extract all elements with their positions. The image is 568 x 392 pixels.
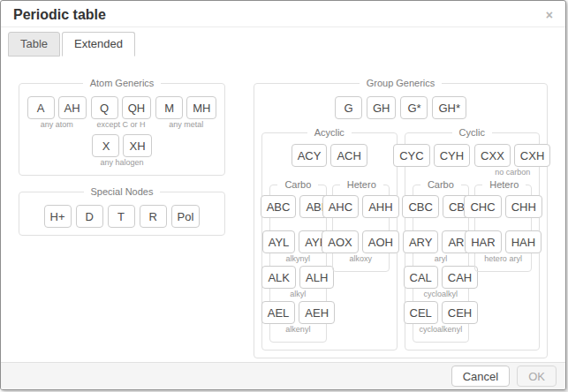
cyclic-hetero-button[interactable]: CHH [505,195,542,218]
cyclic-hetero-fieldset: Hetero CHCCHH HARHAH hetero aryl [474,179,532,272]
tab-bar: Table Extended [1,27,565,57]
button-group-alkyl: ALKALH alkyl [261,266,334,299]
acyclic-subgroups: Carbo ABCABH AYLAYH alkynyl [269,179,390,343]
cyclic-carbo-fieldset: Carbo CBCCBH ARYARH aryl [413,179,470,343]
group-generic-button[interactable]: GH* [432,96,466,119]
tab-table[interactable]: Table [8,32,60,57]
special-nodes-fieldset: Special Nodes H+DTRPol [19,186,225,236]
cyclic-hetero-button[interactable]: HAH [505,230,541,253]
button-group-cycloalkenyl: CELCEH cycloalkenyl [404,301,479,335]
acyclic-carbo-button[interactable]: ALH [299,266,334,289]
button-group-any-atom: AAH any atom [27,96,87,130]
cyclic-button[interactable]: CXH [514,144,550,167]
cyclic-hetero-legend: Hetero [482,179,526,190]
cyclic-fieldset: Cyclic CYCCYH CXXCXH no carbon [405,127,541,351]
special-nodes-legend: Special Nodes [84,186,161,197]
tab-extended[interactable]: Extended [62,32,135,57]
close-icon[interactable]: × [542,7,557,23]
acyclic-hetero-button[interactable]: AOH [362,230,399,253]
dialog-title: Periodic table [13,7,106,23]
cyclic-button[interactable]: CYH [434,144,470,167]
button-group-no-carbon: CXXCXH no carbon [474,144,550,177]
cyclic-hetero-groups: CHCCHH HARHAH hetero aryl [482,193,524,264]
button-group-cyc: CYCCYH [393,144,470,177]
acyclic-carbo-button[interactable]: ALK [261,266,296,289]
acyclic-carbo-groups: ABCABH AYLAYH alkynyl ALKALH alkyl [277,193,319,335]
cyclic-carbo-button[interactable]: CBC [402,195,438,218]
cyclic-legend: Cyclic [452,127,492,138]
dialog-header: Periodic table × [1,1,565,27]
group-sublabel: any halogen [100,158,143,168]
group-generics-legend: Group Generics [360,78,443,88]
atom-generic-button[interactable]: MH [186,96,216,119]
atom-generic-button[interactable]: M [155,96,183,119]
atom-generic-button[interactable]: AH [58,96,87,119]
special-node-button[interactable]: Pol [171,205,201,228]
periodic-table-dialog: Periodic table × Table Extended Atom Gen… [0,0,566,390]
group-generics-fieldset: Group Generics GGHG*GH* Acyclic ACYACH C… [254,78,548,358]
group-generic-button[interactable]: G* [400,96,428,119]
acyclic-carbo-button[interactable]: AEL [261,301,296,324]
cyclic-button[interactable]: CXX [474,144,511,167]
group-sublabel: any atom [41,120,73,130]
group-sublabel: hetero aryl [484,254,522,264]
group-sublabel: except C or H [96,120,145,130]
special-node-button[interactable]: R [140,205,167,228]
dialog-body: Atom Generics AAH any atom QQH except C … [1,57,565,362]
group-generic-button[interactable]: G [335,96,362,119]
group-generic-button[interactable]: GH [367,96,397,119]
cyclic-hetero-button[interactable]: HAR [465,230,501,253]
acyclic-button[interactable]: ACY [292,144,328,167]
button-group-chc: CHCCHH [464,195,541,229]
acyclic-hetero-legend: Hetero [340,179,383,190]
atom-generics-row-1: AAH any atom QQH except C or H MMH any m… [27,96,217,130]
button-group-alkoxy: AOXAOH alkoxy [322,230,399,264]
cyclic-carbo-button[interactable]: CAH [442,266,478,289]
atom-generic-button[interactable]: Q [91,96,118,119]
group-sublabel: alkenyl [285,325,310,335]
acyclic-carbo-button[interactable]: AEH [299,301,335,324]
acyclic-hetero-button[interactable]: AOX [322,230,358,253]
group-sublabel: alkynyl [286,254,311,264]
button-group-alkenyl: AELAEH alkenyl [261,301,335,335]
dialog-footer: Cancel OK [1,362,565,389]
special-nodes-row: H+DTRPol [27,205,217,228]
atom-generics-row-2: XXH any halogen [27,134,217,168]
cyclic-hetero-button[interactable]: CHC [464,195,501,218]
acyclic-carbo-button[interactable]: ABC [261,195,297,218]
group-sublabel: cycloalkenyl [420,325,463,335]
cyclic-carbo-button[interactable]: CEL [404,301,438,324]
cyclic-carbo-groups: CBCCBH ARYARH aryl CALCAH cycloalkyl [420,193,462,335]
acyclic-legend: Acyclic [307,127,352,138]
atom-generics-legend: Atom Generics [83,78,162,88]
cyclic-subgroups: Carbo CBCCBH ARYARH aryl [413,179,533,343]
group-sublabel: alkoxy [349,254,372,264]
acyclic-hetero-fieldset: Hetero AHCAHH AOXAOH alkoxy [332,179,390,272]
acyclic-carbo-button[interactable]: AYL [262,230,296,253]
cyclic-carbo-button[interactable]: ARY [403,230,439,253]
button-group-cycloalkyl: CALCAH cycloalkyl [404,266,479,299]
acyclic-hetero-button[interactable]: AHH [362,195,398,218]
button-group-acy: ACYACH [292,144,367,177]
acyclic-button[interactable]: ACH [330,144,367,167]
button-group-any-halogen: XXH any halogen [92,134,151,168]
ok-button[interactable]: OK [517,366,557,387]
atom-generic-button[interactable]: XH [123,134,151,157]
atom-generic-button[interactable]: X [92,134,119,157]
acyclic-hetero-groups: AHCAHH AOXAOH alkoxy [340,193,382,264]
cyclic-button[interactable]: CYC [393,144,429,167]
acyclic-hetero-button[interactable]: AHC [322,195,359,218]
cyclic-carbo-button[interactable]: CEH [442,301,478,324]
atom-generic-button[interactable]: A [27,96,55,119]
cyclic-carbo-legend: Carbo [420,179,461,190]
group-sublabel: no carbon [495,168,530,177]
special-node-button[interactable]: H+ [44,205,72,228]
acyclic-top-row: ACYACH [269,144,390,177]
special-node-button[interactable]: T [108,205,135,228]
special-node-button[interactable]: D [76,205,103,228]
cancel-button[interactable]: Cancel [451,366,510,387]
group-sublabel: aryl [435,254,448,264]
atom-generic-button[interactable]: QH [122,96,152,119]
acyclic-fieldset: Acyclic ACYACH Carbo ABCABH [261,127,398,351]
cyclic-carbo-button[interactable]: CAL [404,266,438,289]
